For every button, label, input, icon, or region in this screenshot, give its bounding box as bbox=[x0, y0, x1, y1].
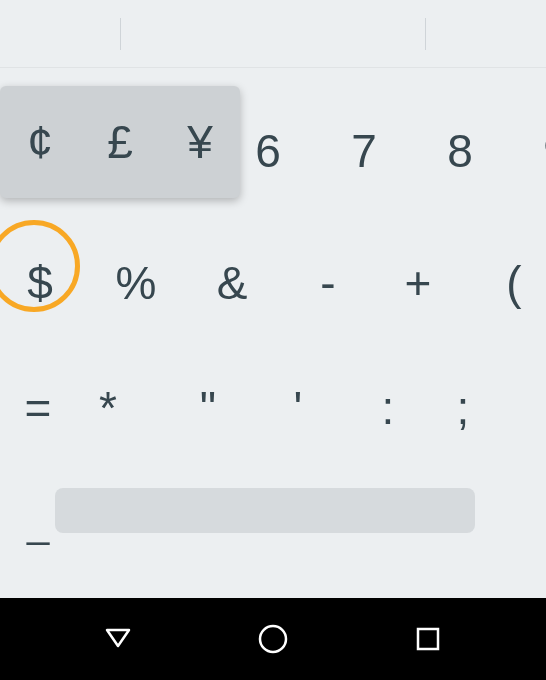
key-9[interactable]: 9 bbox=[508, 96, 546, 206]
key-asterisk[interactable]: * bbox=[60, 353, 156, 463]
svg-point-0 bbox=[260, 626, 286, 652]
suggestion-divider bbox=[425, 18, 426, 50]
navigation-bar bbox=[0, 598, 546, 680]
back-icon[interactable] bbox=[101, 622, 135, 656]
suggestion-divider bbox=[120, 18, 121, 50]
pound-key[interactable]: £ bbox=[85, 115, 155, 169]
key-semicolon[interactable]: ; bbox=[415, 353, 511, 463]
spacebar[interactable] bbox=[55, 488, 475, 533]
key-percent[interactable]: % bbox=[88, 228, 184, 338]
key-open-paren[interactable]: ( bbox=[466, 228, 546, 338]
key-double-quote[interactable]: " bbox=[160, 353, 256, 463]
suggestion-bar bbox=[0, 0, 546, 68]
recents-icon[interactable] bbox=[411, 622, 445, 656]
key-minus[interactable]: - bbox=[280, 228, 376, 338]
key-plus[interactable]: + bbox=[370, 228, 466, 338]
keyboard-area: ¢ £ ¥ 6 7 8 9 $ % & - + ( = * " ' : ; _ bbox=[0, 68, 546, 598]
cent-key[interactable]: ¢ bbox=[5, 115, 75, 169]
key-single-quote[interactable]: ' bbox=[250, 353, 346, 463]
key-7[interactable]: 7 bbox=[316, 96, 412, 206]
key-ampersand[interactable]: & bbox=[184, 228, 280, 338]
yen-key[interactable]: ¥ bbox=[165, 115, 235, 169]
home-icon[interactable] bbox=[256, 622, 290, 656]
key-dollar[interactable]: $ bbox=[0, 228, 88, 338]
currency-popup: ¢ £ ¥ bbox=[0, 86, 240, 198]
svg-rect-1 bbox=[418, 629, 438, 649]
key-8[interactable]: 8 bbox=[412, 96, 508, 206]
